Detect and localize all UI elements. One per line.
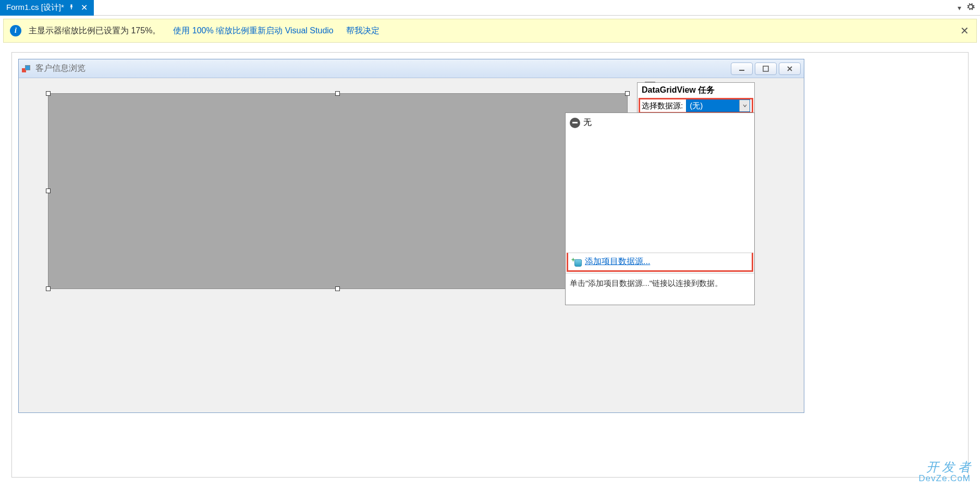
minimize-button[interactable] [731,62,753,75]
notification-message: 主显示器缩放比例已设置为 175%。 [29,26,161,36]
notification-bar: i 主显示器缩放比例已设置为 175%。 使用 100% 缩放比例重新启动 Vi… [3,19,977,43]
add-database-icon: + [572,257,582,267]
none-label: 无 [583,117,592,128]
info-icon: i [10,25,21,36]
maximize-button[interactable] [755,62,777,75]
tab-title: Form1.cs [设计]* [6,3,64,12]
resize-handle-ne[interactable] [625,91,630,96]
tab-bar-controls: ▾ [957,2,976,14]
help-decide-link[interactable]: 帮我决定 [346,26,379,36]
datasource-label: 选择数据源: [642,101,683,111]
form-titlebar: 客户信息浏览 [19,59,804,78]
settings-gear-icon[interactable] [965,2,976,14]
form-title: 客户信息浏览 [35,63,85,74]
watermark: 开 发 者 DevZe.CoM [918,460,971,484]
datasource-none-item[interactable]: 无 [570,116,750,129]
datasource-tree[interactable]: 无 [566,113,754,252]
dropdown-icon[interactable]: ▾ [957,3,962,13]
add-datasource-link[interactable]: 添加项目数据源... [585,256,650,267]
none-icon [570,118,580,128]
add-datasource-row[interactable]: + 添加项目数据源... [567,253,753,272]
designer-canvas[interactable]: 客户信息浏览 [18,59,962,471]
datagridview-control[interactable] [48,93,628,289]
notification-close-icon[interactable]: ✕ [960,24,969,37]
document-tab-bar: Form1.cs [设计]* ✕ ▾ [0,0,980,16]
close-icon[interactable]: ✕ [79,3,90,12]
restart-100-percent-link[interactable]: 使用 100% 缩放比例重新启动 Visual Studio [173,26,333,36]
designer-surface: 客户信息浏览 [11,52,969,478]
form-window-controls [731,62,801,75]
close-button[interactable] [779,62,801,75]
resize-handle-w[interactable] [46,189,51,193]
datagridview-tasks-panel: DataGridView 任务 选择数据源: (无) [637,82,755,114]
resize-handle-sw[interactable] [46,286,51,291]
resize-handle-s[interactable] [335,286,340,291]
watermark-line2: DevZe.CoM [918,474,971,484]
form-app-icon [22,64,31,73]
svg-rect-0 [739,70,744,71]
resize-handle-nw[interactable] [46,91,51,96]
svg-rect-1 [763,66,768,71]
resize-handle-n[interactable] [335,91,340,96]
datasource-hint-text: 单击"添加项目数据源..."链接以连接到数据。 [566,273,754,304]
pin-icon[interactable] [68,4,75,11]
datasource-value: (无) [690,101,703,111]
watermark-line1: 开 发 者 [918,460,971,474]
document-tab-active[interactable]: Form1.cs [设计]* ✕ [0,0,94,16]
datasource-row: 选择数据源: (无) [639,98,753,114]
chevron-down-icon[interactable] [739,100,750,111]
datasource-select[interactable]: (无) [686,99,750,112]
datasource-dropdown-popup: 无 + 添加项目数据源... 单击"添加项目数据源..."链接以连接到数据。 [565,112,755,305]
tasks-panel-header: DataGridView 任务 [638,83,754,98]
